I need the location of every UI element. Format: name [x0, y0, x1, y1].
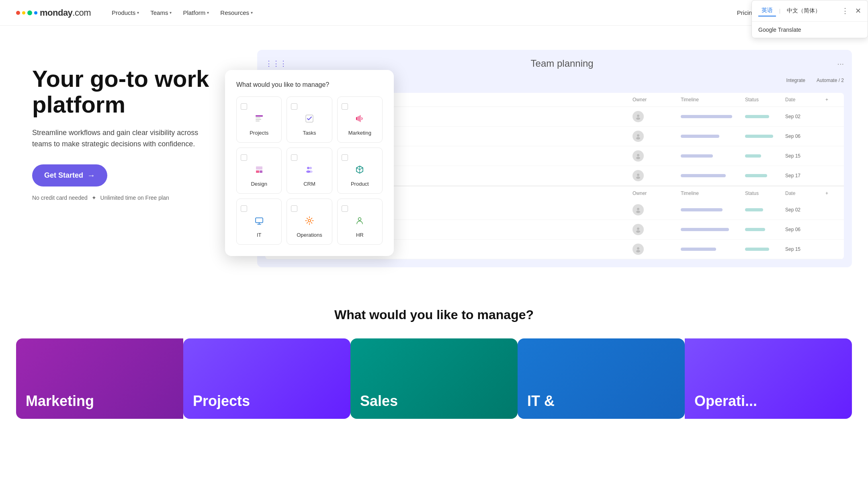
hero-content: Your go-to work platform Streamline work…	[32, 50, 241, 201]
design-label: Design	[251, 181, 267, 187]
card-marketing-label: Marketing	[26, 393, 94, 409]
svg-point-36	[308, 219, 311, 222]
svg-point-9	[637, 115, 639, 117]
avatar	[633, 131, 644, 142]
timeline-bar	[681, 208, 723, 211]
translate-more-icon[interactable]: ⋮	[841, 6, 849, 15]
marketing-icon	[355, 114, 364, 126]
modal-item-projects[interactable]: Projects	[236, 96, 282, 143]
checkbox-operations[interactable]	[291, 205, 297, 212]
translate-lang-english[interactable]: 英语	[758, 5, 776, 16]
svg-point-17	[637, 208, 639, 210]
status-bar	[745, 115, 769, 118]
tasks-icon	[305, 114, 314, 126]
modal-item-operations[interactable]: Operations	[287, 199, 332, 245]
status-bar	[745, 154, 761, 158]
translate-lang-chinese[interactable]: 中文（简体）	[784, 6, 824, 16]
cards-row: Marketing Projects Sales IT & Operati...	[16, 338, 852, 419]
card-sales[interactable]: Sales	[350, 338, 518, 419]
dashboard-grid-icon: ⋮⋮⋮	[265, 59, 287, 68]
status-bar	[745, 248, 769, 251]
card-marketing[interactable]: Marketing	[16, 338, 183, 419]
checkbox-hr[interactable]	[342, 205, 348, 212]
timeline-bar	[681, 154, 713, 158]
teams-chevron-icon: ▾	[170, 10, 172, 15]
hero-section: Your go-to work platform Streamline work…	[0, 26, 868, 283]
dashboard-more-icon[interactable]: ···	[837, 59, 844, 68]
automate-button[interactable]: Automate / 2	[817, 78, 844, 83]
svg-rect-30	[256, 166, 262, 170]
card-it[interactable]: IT &	[518, 338, 685, 419]
svg-rect-28	[256, 170, 259, 173]
checkbox-it[interactable]	[241, 205, 247, 212]
svg-rect-24	[256, 117, 260, 118]
avatar	[633, 244, 644, 255]
timeline-bar	[681, 115, 732, 118]
bullet-icon: ✦	[92, 195, 96, 201]
modal-item-product[interactable]: Product	[337, 148, 383, 194]
svg-rect-25	[256, 119, 261, 120]
dashboard-header: ⋮⋮⋮ Team planning ···	[265, 58, 844, 69]
nav-teams[interactable]: Teams ▾	[145, 6, 176, 19]
modal-title: What would you like to manage?	[236, 81, 383, 88]
nav-products[interactable]: Products ▾	[107, 6, 144, 19]
svg-point-10	[636, 117, 640, 120]
integrate-button[interactable]: Integrate	[786, 78, 805, 83]
checkbox-marketing[interactable]	[342, 103, 348, 110]
card-projects-label: Projects	[193, 393, 250, 409]
card-operations-label: Operati...	[694, 393, 757, 409]
checkbox-product[interactable]	[342, 154, 348, 161]
svg-rect-23	[256, 115, 263, 117]
svg-point-16	[636, 176, 640, 179]
logo-dot-green	[27, 10, 32, 15]
svg-point-34	[309, 170, 313, 173]
hero-right: ⋮⋮⋮ Team planning ··· Gantt Kanban + Int…	[257, 50, 852, 267]
timeline-bar	[681, 248, 716, 251]
logo-dot-blue	[34, 11, 37, 14]
timeline-bar	[681, 135, 719, 138]
section-manage-title: What would you like to manage?	[16, 307, 852, 322]
checkbox-projects[interactable]	[241, 103, 247, 110]
card-operations[interactable]: Operati...	[685, 338, 852, 419]
status-bar	[745, 208, 763, 211]
hero-subtitle: Streamline workflows and gain clear visi…	[32, 127, 217, 150]
svg-point-31	[307, 167, 309, 169]
hero-note: No credit card needed ✦ Unlimited time o…	[32, 195, 241, 201]
checkbox-crm[interactable]	[291, 154, 297, 161]
nav-resources[interactable]: Resources ▾	[215, 6, 258, 19]
hr-label: HR	[356, 232, 364, 238]
logo-dot-red	[16, 11, 20, 15]
svg-point-37	[358, 218, 361, 221]
modal-item-marketing[interactable]: Marketing	[337, 96, 383, 143]
section-manage: What would you like to manage? Marketing…	[0, 283, 868, 435]
logo[interactable]: monday.com	[16, 8, 91, 18]
card-projects[interactable]: Projects	[183, 338, 350, 419]
modal-item-tasks[interactable]: Tasks	[287, 96, 332, 143]
svg-point-20	[636, 230, 640, 233]
modal-item-it[interactable]: IT	[236, 199, 282, 245]
translate-divider: |	[779, 8, 780, 14]
product-label: Product	[351, 181, 369, 187]
operations-label: Operations	[297, 232, 322, 238]
avatar	[633, 111, 644, 122]
crm-label: CRM	[303, 181, 315, 187]
translate-close-icon[interactable]: ✕	[855, 6, 861, 15]
status-bar	[745, 174, 767, 177]
avatar	[633, 150, 644, 162]
hero-get-started-button[interactable]: Get Started →	[32, 164, 107, 186]
checkbox-tasks[interactable]	[291, 103, 297, 110]
marketing-label: Marketing	[348, 130, 371, 136]
avatar	[633, 170, 644, 181]
checkbox-design[interactable]	[241, 154, 247, 161]
svg-point-13	[637, 154, 639, 156]
nav-platform[interactable]: Platform ▾	[178, 6, 214, 19]
crm-icon	[305, 165, 314, 177]
modal-item-design[interactable]: Design	[236, 148, 282, 194]
modal-item-crm[interactable]: CRM	[287, 148, 332, 194]
timeline-bar	[681, 228, 729, 231]
card-sales-label: Sales	[360, 393, 398, 409]
status-bar	[745, 135, 773, 138]
it-icon	[254, 216, 264, 228]
hero-title: Your go-to work platform	[32, 66, 241, 117]
modal-item-hr[interactable]: HR	[337, 199, 383, 245]
